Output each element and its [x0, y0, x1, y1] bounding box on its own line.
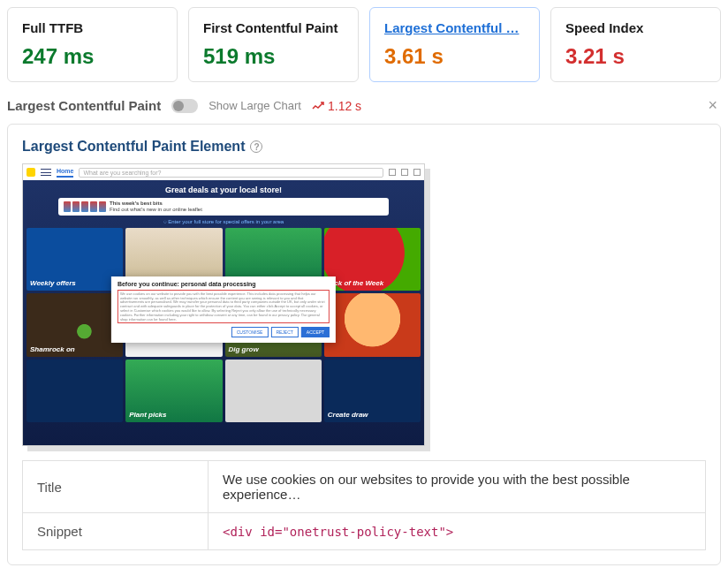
row-value: We use cookies on our websites to provid…: [209, 461, 706, 513]
ss-logo-icon: [27, 168, 35, 177]
ss-dialog-title: Before you continue: personal data proce…: [118, 281, 330, 287]
ss-tile-label: Create draw: [328, 412, 368, 419]
ss-dialog-body: We use cookies on our website to provide…: [118, 290, 330, 323]
large-chart-toggle[interactable]: [171, 99, 198, 113]
details-title: Largest Contentful Paint Element ?: [22, 139, 706, 155]
metric-title: Speed Index: [565, 20, 706, 35]
ss-strip-title: This week's best bits: [110, 201, 163, 206]
ss-bar-icon: [401, 169, 408, 176]
metric-value: 519 ms: [203, 44, 344, 69]
trend-indicator: 1.12 s: [312, 99, 361, 113]
row-label: Title: [23, 461, 209, 513]
metric-card-ttfb[interactable]: Full TTFB 247 ms: [7, 7, 178, 82]
details-panel: Largest Contentful Paint Element ? Home …: [7, 124, 721, 565]
lcp-screenshot: Home What are you searching for? Great d…: [22, 163, 425, 446]
metric-title: First Contentful Paint: [203, 20, 344, 35]
section-bar: Largest Contentful Paint Show Large Char…: [7, 96, 721, 115]
ss-link-row: Enter your full store for special offers…: [23, 219, 424, 224]
ss-tile-label: Shamrock on: [30, 346, 75, 353]
ss-menu-icon: [41, 169, 51, 176]
ss-dialog-buttons: CUSTOMISE REJECT ACCEPT: [118, 327, 330, 337]
ss-bar-icon: [413, 169, 421, 176]
ss-tile-label: Weekly offers: [30, 280, 76, 287]
ss-banner: Great deals at your local store! This we…: [23, 180, 424, 446]
ss-reject-button: REJECT: [270, 327, 298, 337]
table-row: Title We use cookies on our websites to …: [23, 461, 706, 513]
ss-home-tab: Home: [57, 168, 73, 178]
metrics-row: Full TTFB 247 ms First Contentful Paint …: [7, 7, 721, 82]
details-title-text: Largest Contentful Paint Element: [22, 139, 245, 155]
trend-up-icon: [312, 100, 324, 112]
metric-title[interactable]: Largest Contentful …: [384, 20, 525, 35]
metric-card-fcp[interactable]: First Contentful Paint 519 ms: [188, 7, 359, 82]
snippet-code: <div id="onetrust-policy-text">: [223, 525, 453, 539]
ss-heading: Great deals at your local store!: [23, 186, 424, 194]
ss-tile-label: Dig grow: [229, 346, 259, 353]
metric-value: 3.61 s: [384, 44, 525, 69]
table-row: Snippet <div id="onetrust-policy-text">: [23, 513, 706, 550]
toggle-label: Show Large Chart: [209, 99, 301, 112]
metric-value: 247 ms: [22, 44, 163, 69]
section-title: Largest Contentful Paint: [7, 98, 161, 113]
metric-card-lcp[interactable]: Largest Contentful … 3.61 s: [369, 7, 540, 82]
row-label: Snippet: [23, 513, 209, 550]
row-value: <div id="onetrust-policy-text">: [209, 513, 706, 550]
close-icon[interactable]: ×: [704, 96, 721, 115]
ss-bar-icon: [389, 169, 396, 176]
ss-strip-sub: Find out what's new in our online leafle…: [110, 207, 202, 212]
trend-value: 1.12 s: [328, 99, 361, 113]
ss-search: What are you searching for?: [79, 168, 383, 178]
metric-value: 3.21 s: [565, 44, 706, 69]
metric-card-speed-index[interactable]: Speed Index 3.21 s: [550, 7, 721, 82]
ss-accept-button: ACCEPT: [301, 327, 330, 337]
ss-tile-label: Pick of the Week: [328, 280, 383, 287]
lcp-info-table: Title We use cookies on our websites to …: [22, 460, 706, 550]
ss-customise-button: CUSTOMISE: [231, 327, 269, 337]
metric-title: Full TTFB: [22, 20, 163, 35]
ss-topbar: Home What are you searching for?: [23, 164, 424, 180]
help-icon[interactable]: ?: [250, 140, 262, 153]
ss-cookie-dialog: Before you continue: personal data proce…: [111, 276, 336, 343]
ss-tile-label: Plant picks: [129, 412, 166, 419]
ss-strip: This week's best bits Find out what's ne…: [58, 198, 389, 216]
